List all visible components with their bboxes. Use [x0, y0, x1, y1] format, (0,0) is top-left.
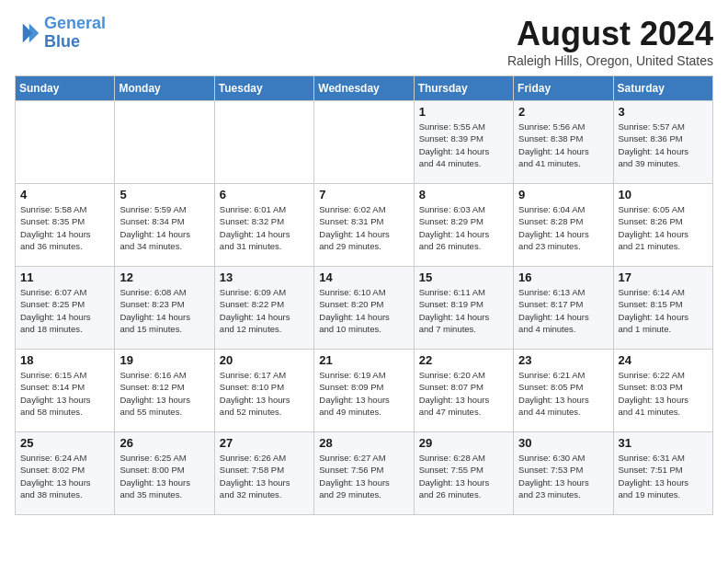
day-info: Sunrise: 6:15 AM Sunset: 8:14 PM Dayligh… [20, 369, 109, 418]
weekday-header: Monday [115, 76, 214, 101]
calendar-cell: 12Sunrise: 6:08 AM Sunset: 8:23 PM Dayli… [115, 267, 214, 350]
day-info: Sunrise: 6:25 AM Sunset: 8:00 PM Dayligh… [119, 452, 209, 500]
calendar-cell: 31Sunrise: 6:31 AM Sunset: 7:51 PM Dayli… [613, 432, 712, 515]
calendar-week-row: 25Sunrise: 6:24 AM Sunset: 8:02 PM Dayli… [16, 432, 713, 515]
day-info: Sunrise: 6:13 AM Sunset: 8:17 PM Dayligh… [518, 286, 608, 335]
calendar-cell: 30Sunrise: 6:30 AM Sunset: 7:53 PM Dayli… [514, 432, 613, 515]
calendar-cell: 29Sunrise: 6:28 AM Sunset: 7:55 PM Dayli… [414, 432, 513, 515]
day-number: 13 [220, 270, 309, 284]
calendar-week-row: 18Sunrise: 6:15 AM Sunset: 8:14 PM Dayli… [16, 350, 713, 432]
logo: General Blue [15, 15, 106, 52]
calendar-cell: 1Sunrise: 5:55 AM Sunset: 8:39 PM Daylig… [414, 101, 513, 184]
day-info: Sunrise: 6:27 AM Sunset: 7:56 PM Dayligh… [319, 452, 408, 500]
day-number: 18 [20, 353, 109, 367]
day-number: 9 [518, 188, 608, 201]
day-info: Sunrise: 6:01 AM Sunset: 8:32 PM Dayligh… [220, 203, 309, 252]
calendar-cell: 15Sunrise: 6:11 AM Sunset: 8:19 PM Dayli… [414, 267, 513, 350]
day-number: 1 [419, 105, 508, 119]
calendar-table: SundayMondayTuesdayWednesdayThursdayFrid… [15, 75, 713, 515]
calendar-cell: 17Sunrise: 6:14 AM Sunset: 8:15 PM Dayli… [613, 267, 712, 350]
calendar-cell: 8Sunrise: 6:03 AM Sunset: 8:29 PM Daylig… [414, 184, 513, 267]
day-number: 11 [20, 270, 109, 284]
calendar-cell: 10Sunrise: 6:05 AM Sunset: 8:26 PM Dayli… [613, 184, 712, 267]
day-info: Sunrise: 6:11 AM Sunset: 8:19 PM Dayligh… [419, 286, 508, 335]
calendar-cell: 4Sunrise: 5:58 AM Sunset: 8:35 PM Daylig… [16, 184, 115, 267]
calendar-cell: 2Sunrise: 5:56 AM Sunset: 8:38 PM Daylig… [514, 101, 613, 184]
calendar-cell: 26Sunrise: 6:25 AM Sunset: 8:00 PM Dayli… [115, 432, 214, 515]
calendar-cell: 16Sunrise: 6:13 AM Sunset: 8:17 PM Dayli… [514, 267, 613, 350]
day-info: Sunrise: 6:07 AM Sunset: 8:25 PM Dayligh… [20, 286, 109, 335]
logo-icon [15, 20, 40, 46]
day-info: Sunrise: 6:31 AM Sunset: 7:51 PM Dayligh… [619, 452, 708, 500]
day-number: 20 [220, 353, 309, 367]
day-number: 4 [20, 188, 109, 201]
day-number: 2 [518, 105, 608, 119]
day-info: Sunrise: 6:10 AM Sunset: 8:20 PM Dayligh… [319, 286, 408, 335]
calendar-cell: 14Sunrise: 6:10 AM Sunset: 8:20 PM Dayli… [314, 267, 414, 350]
calendar-cell [115, 101, 214, 184]
day-number: 21 [319, 353, 408, 367]
day-number: 24 [619, 353, 708, 367]
weekday-header: Tuesday [214, 76, 313, 101]
day-number: 12 [119, 270, 209, 284]
day-info: Sunrise: 6:20 AM Sunset: 8:07 PM Dayligh… [419, 369, 508, 418]
day-number: 5 [119, 188, 209, 201]
day-info: Sunrise: 6:17 AM Sunset: 8:10 PM Dayligh… [220, 369, 309, 418]
day-info: Sunrise: 6:09 AM Sunset: 8:22 PM Dayligh… [220, 286, 309, 335]
calendar-header-row: SundayMondayTuesdayWednesdayThursdayFrid… [16, 76, 713, 101]
calendar-cell: 20Sunrise: 6:17 AM Sunset: 8:10 PM Dayli… [214, 350, 313, 432]
day-number: 27 [220, 436, 309, 450]
day-info: Sunrise: 6:16 AM Sunset: 8:12 PM Dayligh… [119, 369, 209, 418]
calendar-week-row: 1Sunrise: 5:55 AM Sunset: 8:39 PM Daylig… [16, 101, 713, 184]
calendar-cell [16, 101, 115, 184]
day-number: 8 [419, 188, 508, 201]
day-info: Sunrise: 6:28 AM Sunset: 7:55 PM Dayligh… [419, 452, 508, 500]
weekday-header: Wednesday [314, 76, 414, 101]
weekday-header: Saturday [613, 76, 712, 101]
day-info: Sunrise: 6:14 AM Sunset: 8:15 PM Dayligh… [619, 286, 708, 335]
page-header: General Blue August 2024 Raleigh Hills, … [15, 15, 713, 68]
calendar-cell: 18Sunrise: 6:15 AM Sunset: 8:14 PM Dayli… [16, 350, 115, 432]
day-info: Sunrise: 6:02 AM Sunset: 8:31 PM Dayligh… [319, 203, 408, 252]
day-info: Sunrise: 6:05 AM Sunset: 8:26 PM Dayligh… [619, 203, 708, 252]
calendar-cell: 25Sunrise: 6:24 AM Sunset: 8:02 PM Dayli… [16, 432, 115, 515]
day-number: 15 [419, 270, 508, 284]
day-number: 19 [119, 353, 209, 367]
month-title: August 2024 [507, 15, 713, 53]
day-info: Sunrise: 5:55 AM Sunset: 8:39 PM Dayligh… [419, 121, 508, 169]
day-info: Sunrise: 6:08 AM Sunset: 8:23 PM Dayligh… [119, 286, 209, 335]
calendar-cell: 21Sunrise: 6:19 AM Sunset: 8:09 PM Dayli… [314, 350, 414, 432]
day-number: 7 [319, 188, 408, 201]
day-number: 22 [419, 353, 508, 367]
calendar-cell: 6Sunrise: 6:01 AM Sunset: 8:32 PM Daylig… [214, 184, 313, 267]
calendar-cell: 5Sunrise: 5:59 AM Sunset: 8:34 PM Daylig… [115, 184, 214, 267]
day-number: 10 [619, 188, 708, 201]
day-info: Sunrise: 6:22 AM Sunset: 8:03 PM Dayligh… [619, 369, 708, 418]
weekday-header: Friday [514, 76, 613, 101]
calendar-cell: 27Sunrise: 6:26 AM Sunset: 7:58 PM Dayli… [214, 432, 313, 515]
calendar-cell: 3Sunrise: 5:57 AM Sunset: 8:36 PM Daylig… [613, 101, 712, 184]
day-info: Sunrise: 5:56 AM Sunset: 8:38 PM Dayligh… [518, 121, 608, 169]
day-number: 26 [119, 436, 209, 450]
location: Raleigh Hills, Oregon, United States [507, 53, 713, 68]
calendar-cell: 7Sunrise: 6:02 AM Sunset: 8:31 PM Daylig… [314, 184, 414, 267]
day-number: 30 [518, 436, 608, 450]
day-number: 29 [419, 436, 508, 450]
title-block: August 2024 Raleigh Hills, Oregon, Unite… [507, 15, 713, 68]
weekday-header: Thursday [414, 76, 513, 101]
day-info: Sunrise: 6:30 AM Sunset: 7:53 PM Dayligh… [518, 452, 608, 500]
day-info: Sunrise: 6:04 AM Sunset: 8:28 PM Dayligh… [518, 203, 608, 252]
day-info: Sunrise: 6:21 AM Sunset: 8:05 PM Dayligh… [518, 369, 608, 418]
calendar-cell: 28Sunrise: 6:27 AM Sunset: 7:56 PM Dayli… [314, 432, 414, 515]
day-number: 17 [619, 270, 708, 284]
calendar-cell: 24Sunrise: 6:22 AM Sunset: 8:03 PM Dayli… [613, 350, 712, 432]
logo-text: General Blue [44, 15, 106, 52]
day-number: 16 [518, 270, 608, 284]
day-number: 14 [319, 270, 408, 284]
calendar-cell: 11Sunrise: 6:07 AM Sunset: 8:25 PM Dayli… [16, 267, 115, 350]
day-info: Sunrise: 6:19 AM Sunset: 8:09 PM Dayligh… [319, 369, 408, 418]
day-number: 23 [518, 353, 608, 367]
calendar-cell: 13Sunrise: 6:09 AM Sunset: 8:22 PM Dayli… [214, 267, 313, 350]
day-info: Sunrise: 5:57 AM Sunset: 8:36 PM Dayligh… [619, 121, 708, 169]
calendar-week-row: 4Sunrise: 5:58 AM Sunset: 8:35 PM Daylig… [16, 184, 713, 267]
